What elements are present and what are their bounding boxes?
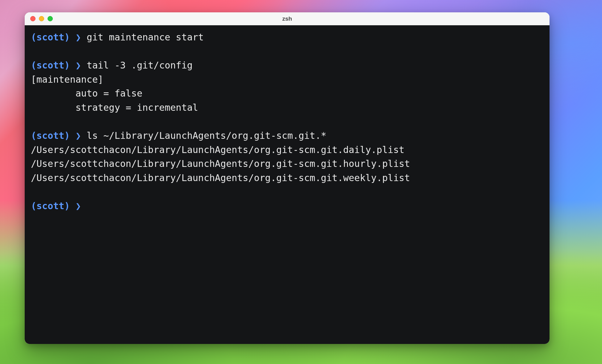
prompt-arrow-icon: ❯ — [76, 201, 81, 211]
terminal-window: zsh (scott) ❯ git maintenance start (sco… — [25, 12, 550, 344]
title-bar[interactable]: zsh — [25, 12, 550, 25]
command-text: git maintenance start — [87, 32, 204, 43]
prompt-line: (scott) ❯ — [31, 199, 543, 213]
window-title: zsh — [282, 15, 292, 22]
output-line: /Users/scottchacon/Library/LaunchAgents/… — [31, 143, 543, 157]
prompt-arrow-icon: ❯ — [76, 60, 81, 71]
traffic-lights — [30, 16, 53, 21]
output-line: [maintenance] — [31, 72, 543, 87]
prompt-user: (scott) — [31, 201, 70, 211]
output-line: auto = false — [31, 86, 543, 101]
output-line: strategy = incremental — [31, 101, 543, 115]
blank-line — [31, 115, 543, 129]
output-line: /Users/scottchacon/Library/LaunchAgents/… — [31, 171, 543, 185]
close-icon[interactable] — [30, 16, 36, 21]
blank-line — [31, 185, 543, 199]
command-text: ls ~/Library/LaunchAgents/org.git-scm.gi… — [87, 130, 327, 141]
command-text: tail -3 .git/config — [87, 60, 193, 71]
prompt-arrow-icon: ❯ — [76, 32, 81, 43]
prompt-user: (scott) — [31, 130, 70, 141]
prompt-arrow-icon: ❯ — [76, 130, 81, 141]
output-line: /Users/scottchacon/Library/LaunchAgents/… — [31, 157, 543, 171]
prompt-line: (scott) ❯ git maintenance start — [31, 30, 543, 44]
minimize-icon[interactable] — [39, 16, 44, 21]
terminal-body[interactable]: (scott) ❯ git maintenance start (scott) … — [25, 25, 550, 344]
prompt-user: (scott) — [31, 32, 70, 43]
prompt-user: (scott) — [31, 60, 70, 71]
prompt-line: (scott) ❯ tail -3 .git/config — [31, 58, 543, 72]
blank-line — [31, 44, 543, 59]
zoom-icon[interactable] — [48, 16, 53, 21]
prompt-line: (scott) ❯ ls ~/Library/LaunchAgents/org.… — [31, 129, 543, 143]
